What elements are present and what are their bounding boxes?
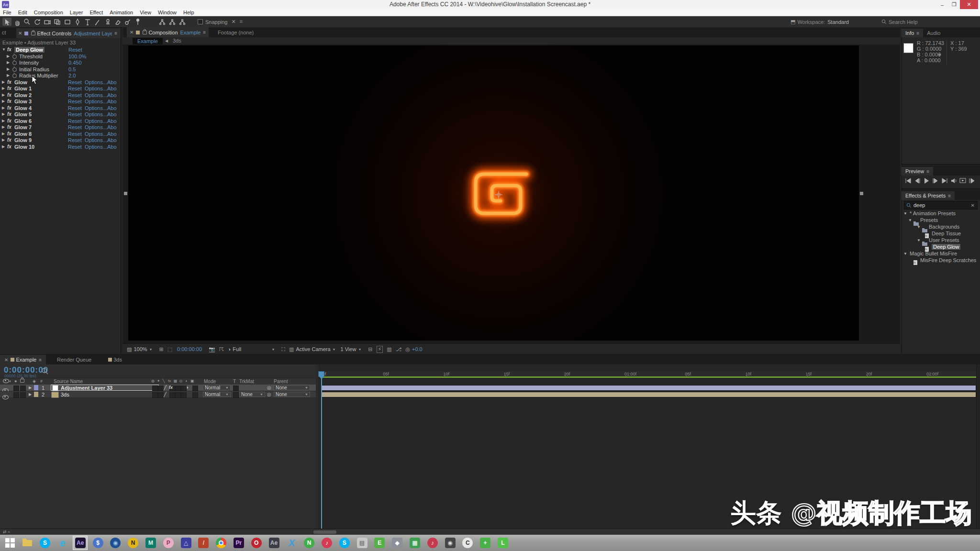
- about-link[interactable]: Abo: [107, 118, 117, 124]
- about-link[interactable]: Abo: [107, 111, 117, 117]
- panel-menu-icon[interactable]: ≡: [203, 30, 206, 35]
- effect-param-row[interactable]: ▶Radius Multiplier2.0: [0, 73, 121, 79]
- effect-name[interactable]: Glow 2: [14, 92, 32, 98]
- effect-row[interactable]: ▶fxGlow 8ResetOptions...Abo: [0, 131, 121, 138]
- switch-cell[interactable]: [175, 392, 181, 398]
- expander-icon[interactable]: ▼: [2, 47, 6, 52]
- clear-search-icon[interactable]: ✕: [971, 203, 975, 208]
- hand-tool[interactable]: [12, 18, 22, 26]
- layer-name[interactable]: 3ds: [61, 392, 69, 397]
- info-tab[interactable]: Info≡: [902, 29, 923, 37]
- tree-expander-icon[interactable]: ▼: [903, 211, 907, 216]
- effect-row[interactable]: ▶fxGlow 10ResetOptions...Abo: [0, 144, 121, 151]
- roi-icon[interactable]: ⛶: [281, 346, 285, 353]
- taskbar-icon-evernote[interactable]: E: [372, 536, 387, 550]
- stamp-tool[interactable]: [103, 18, 112, 26]
- view-handle-right[interactable]: [860, 192, 863, 195]
- toggle-switches-icon[interactable]: ⇄ ⌁: [3, 529, 10, 534]
- switch-column-icon[interactable]: ◎: [179, 379, 183, 383]
- viewer-tab-example[interactable]: Example: [133, 38, 163, 44]
- switch-column-icon[interactable]: ╲: [162, 379, 165, 383]
- reset-link[interactable]: Reset: [68, 124, 82, 130]
- source-name-column[interactable]: Source Name: [54, 379, 83, 384]
- effect-name[interactable]: Glow 8: [14, 131, 32, 137]
- pixel-preview-icon[interactable]: ⊟: [368, 346, 372, 353]
- effects-presets-tab[interactable]: Effects & Presets≡: [902, 191, 955, 200]
- taskbar-icon-reader-app[interactable]: ▤: [355, 536, 369, 550]
- expander-icon[interactable]: ▶: [7, 73, 10, 77]
- options-link[interactable]: Options...: [85, 131, 107, 137]
- snapshot-icon[interactable]: 📷: [209, 346, 215, 353]
- ram-preview-button[interactable]: [958, 177, 967, 185]
- magnification-dropdown[interactable]: 100%▼: [134, 346, 152, 352]
- reset-link[interactable]: Reset: [68, 105, 82, 111]
- panel-menu-icon[interactable]: ≡: [39, 357, 42, 363]
- about-link[interactable]: Abo: [107, 86, 117, 91]
- tree-item-magic-bullet-misfire[interactable]: Magic Bullet MisFire: [910, 251, 957, 256]
- menu-edit[interactable]: Edit: [18, 10, 27, 15]
- effect-row[interactable]: ▶fxGlow 6ResetOptions...Abo: [0, 118, 121, 125]
- layer-row[interactable]: ▶23ds╱Normal▼None▼◎None▼: [0, 391, 316, 398]
- view-layout-dropdown[interactable]: 1 View▼: [341, 346, 362, 352]
- lock-icon[interactable]: [31, 32, 35, 35]
- about-link[interactable]: Abo: [107, 131, 117, 137]
- taskbar-icon-premiere[interactable]: Pr: [231, 536, 246, 550]
- taskbar-icon-plus-app[interactable]: +: [478, 536, 493, 550]
- options-link[interactable]: Options...: [85, 111, 107, 117]
- menu-view[interactable]: View: [140, 10, 151, 15]
- taskbar-icon-mvi-app[interactable]: M: [143, 536, 158, 550]
- tree-expander-icon[interactable]: ▼: [917, 238, 921, 242]
- switch-cell[interactable]: [181, 392, 187, 398]
- taskbar-icon-film-app[interactable]: ◉: [108, 536, 123, 550]
- taskbar-icon-finance-app[interactable]: $: [90, 536, 105, 550]
- parent-dropdown[interactable]: None▼: [274, 385, 310, 390]
- param-value[interactable]: 0.450: [68, 60, 82, 66]
- taskbar-icon-camera-app[interactable]: ◉: [443, 536, 457, 550]
- node-2-icon[interactable]: [167, 18, 177, 26]
- lock-icon[interactable]: [20, 379, 24, 384]
- menu-effect[interactable]: Effect: [89, 10, 103, 15]
- switch-column-icon[interactable]: ▦: [174, 379, 178, 383]
- switch-column-icon[interactable]: ✦: [157, 379, 160, 383]
- lock-cell[interactable]: [20, 386, 26, 391]
- taskbar-icon-chrome[interactable]: [214, 536, 229, 550]
- quality-switch-icon[interactable]: ╱: [164, 392, 167, 397]
- switch-cell[interactable]: [158, 392, 164, 398]
- workspace-value[interactable]: Standard: [827, 19, 849, 25]
- taskbar-icon-nuke[interactable]: N: [126, 536, 141, 550]
- snapping-checkbox[interactable]: [198, 19, 203, 24]
- effect-row-deep-glow[interactable]: ▼fxDeep GlowReset: [0, 47, 121, 54]
- taskbar-icon-itunes[interactable]: ♪: [319, 536, 334, 550]
- taskbar-icon-after-effects-2[interactable]: Ae: [267, 536, 281, 550]
- shape-tool[interactable]: [63, 18, 72, 26]
- effect-name[interactable]: Glow 3: [14, 99, 32, 104]
- effect-name[interactable]: Glow 1: [14, 86, 32, 91]
- flowchart-icon[interactable]: ⎇: [396, 346, 402, 353]
- blend-mode-dropdown[interactable]: Normal▼: [203, 392, 231, 397]
- project-tab-partial[interactable]: ct: [2, 30, 6, 35]
- param-value[interactable]: 100.0%: [68, 54, 86, 59]
- layer-color-chip[interactable]: [34, 392, 38, 397]
- audio-mute-button[interactable]: [949, 177, 958, 185]
- taskbar-icon-paint-tool[interactable]: /: [196, 536, 211, 550]
- expander-icon[interactable]: ▶: [7, 54, 10, 58]
- about-link[interactable]: Abo: [107, 79, 117, 85]
- mode-column[interactable]: Mode: [204, 379, 216, 384]
- audio-tab[interactable]: Audio: [923, 29, 944, 37]
- reset-link[interactable]: Reset: [68, 47, 82, 53]
- taskbar-icon-after-effects[interactable]: Ae: [73, 536, 88, 550]
- tree-item-backgrounds[interactable]: Backgrounds: [929, 224, 959, 230]
- switch-column-icon[interactable]: ▣: [190, 379, 194, 383]
- close-button[interactable]: ✕: [960, 0, 978, 9]
- switch-cell[interactable]: [192, 386, 198, 391]
- trkmat-dropdown[interactable]: None▼: [239, 392, 265, 397]
- stopwatch-icon[interactable]: [12, 67, 17, 72]
- switch-column-icon[interactable]: fx: [168, 379, 171, 383]
- taskbar-icon-skype-2[interactable]: S: [337, 536, 352, 550]
- reset-link[interactable]: Reset: [68, 131, 82, 137]
- camera-dropdown[interactable]: Active Camera▼: [296, 346, 335, 352]
- fast-previews-icon[interactable]: ⚡: [377, 346, 383, 353]
- reset-link[interactable]: Reset: [68, 99, 82, 104]
- playhead[interactable]: [318, 371, 324, 377]
- param-value[interactable]: 0.5: [68, 66, 76, 72]
